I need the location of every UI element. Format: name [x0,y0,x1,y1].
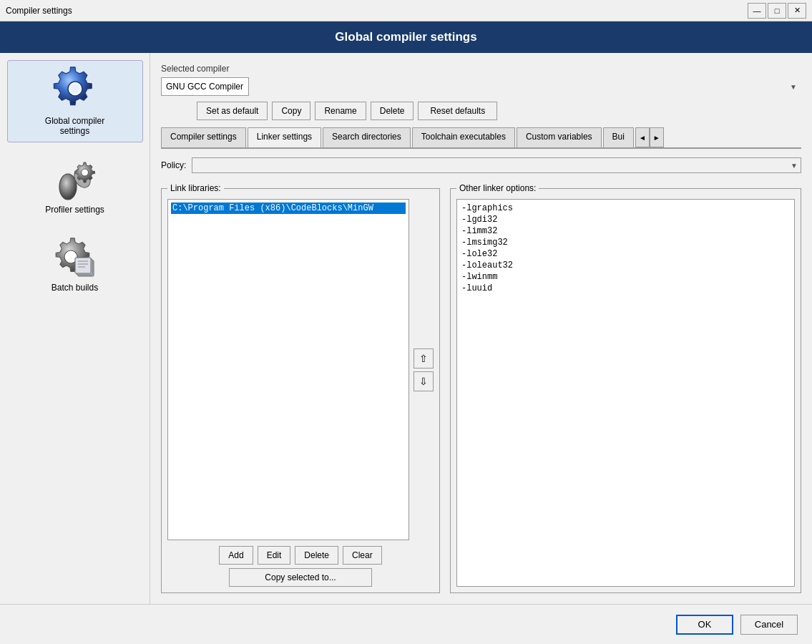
copy-selected-row: Copy selected to... [167,568,434,587]
title-bar-controls: — □ ✕ [748,3,806,19]
window-title: Compiler settings [6,6,72,16]
tab-compiler-settings[interactable]: Compiler settings [161,127,246,147]
copy-selected-to-button[interactable]: Copy selected to... [229,568,372,587]
list-item[interactable]: -limm32 [460,225,791,237]
move-up-button[interactable]: ⇧ [414,348,434,369]
compiler-select-wrapper: GNU GCC Compiler [161,77,801,96]
list-item[interactable]: -loleaut32 [460,260,791,271]
compiler-row: GNU GCC Compiler [161,77,801,96]
sidebar-item-global-compiler-settings[interactable]: Global compilersettings [7,60,143,142]
reset-defaults-button[interactable]: Reset defaults [418,102,497,120]
tab-nav-right[interactable]: ► [650,127,664,147]
toolbar-row: Set as default Copy Rename Delete Reset … [161,102,801,120]
panel-left: Link libraries: C:\Program Files (x86)\C… [161,183,440,593]
svg-point-4 [81,169,88,176]
list-item[interactable]: -lole32 [460,248,791,260]
sidebar-item-batch-builds[interactable]: Batch builds [7,228,143,298]
batch-builds-icon [52,233,98,279]
ok-button[interactable]: OK [676,615,733,635]
link-libraries-list-area: C:\Program Files (x86)\CodeBlocks\MinGW … [167,199,434,540]
tabs: Compiler settings Linker settings Search… [161,127,801,149]
sidebar-item-global-label: Global compilersettings [45,116,104,136]
delete-lib-button[interactable]: Delete [295,546,338,565]
svg-rect-8 [75,258,91,273]
rename-button[interactable]: Rename [315,102,366,120]
sidebar: Global compilersettings [0,53,150,604]
tab-toolchain-executables[interactable]: Toolchain executables [412,127,515,147]
sidebar-item-batch-label: Batch builds [52,283,98,293]
list-item[interactable]: C:\Program Files (x86)\CodeBlocks\MinGW [171,203,406,214]
tab-linker-settings[interactable]: Linker settings [248,127,321,149]
set-as-default-button[interactable]: Set as default [197,102,268,120]
tab-search-directories[interactable]: Search directories [323,127,411,147]
dialog-header: Global compiler settings [0,21,812,53]
sidebar-item-profiler-settings[interactable]: Profiler settings [7,150,143,220]
minimize-button[interactable]: — [748,3,766,19]
panel-right: Other linker options: -lgraphics -lgdi32… [450,183,801,593]
copy-button[interactable]: Copy [272,102,310,120]
policy-row: Policy: [161,157,801,173]
profiler-icon [52,155,98,201]
maximize-button[interactable]: □ [768,3,786,19]
link-libraries-legend: Link libraries: [167,183,224,193]
list-item[interactable]: -lgdi32 [460,214,791,225]
other-linker-options-panel: Other linker options: -lgraphics -lgdi32… [450,183,801,593]
dialog-title: Global compiler settings [335,30,476,44]
move-down-button[interactable]: ⇩ [414,371,434,391]
add-button[interactable]: Add [219,546,253,565]
bottom-bar: OK Cancel [0,604,812,644]
selected-compiler-label: Selected compiler [161,64,801,74]
svg-point-2 [59,174,77,200]
link-libraries-listbox[interactable]: C:\Program Files (x86)\CodeBlocks\MinGW [167,199,409,540]
main-content: Selected compiler GNU GCC Compiler Set a… [150,53,812,604]
title-bar: Compiler settings — □ ✕ [0,0,812,21]
edit-button[interactable]: Edit [258,546,291,565]
list-item[interactable]: -luuid [460,283,791,294]
up-down-buttons: ⇧ ⇩ [414,199,434,540]
window: Compiler settings — □ ✕ Global compiler … [0,0,812,644]
dialog-body: Global compilersettings [0,53,812,604]
list-item[interactable]: -lgraphics [460,203,791,214]
clear-button[interactable]: Clear [343,546,382,565]
list-item[interactable]: -lmsimg32 [460,237,791,248]
gear-blue-icon [52,67,98,112]
other-linker-options-listbox[interactable]: -lgraphics -lgdi32 -limm32 -lmsimg32 -lo… [456,199,795,587]
policy-select-wrapper [192,157,801,173]
compiler-select[interactable]: GNU GCC Compiler [161,77,249,96]
tab-custom-variables[interactable]: Custom variables [517,127,602,147]
svg-point-1 [70,84,80,94]
policy-label: Policy: [161,160,186,170]
link-libraries-panel: Link libraries: C:\Program Files (x86)\C… [161,183,440,593]
sidebar-item-profiler-label: Profiler settings [45,205,104,215]
close-button[interactable]: ✕ [788,3,806,19]
policy-select[interactable] [192,157,801,173]
panels-row: Link libraries: C:\Program Files (x86)\C… [161,183,801,593]
cancel-button[interactable]: Cancel [740,615,798,635]
tab-bui[interactable]: Bui [603,127,634,147]
other-linker-options-legend: Other linker options: [456,183,539,193]
list-item[interactable]: -lwinmm [460,271,791,283]
tab-nav-left[interactable]: ◄ [635,127,650,147]
link-libraries-btn-row: Add Edit Delete Clear [167,546,434,565]
delete-button[interactable]: Delete [371,102,414,120]
